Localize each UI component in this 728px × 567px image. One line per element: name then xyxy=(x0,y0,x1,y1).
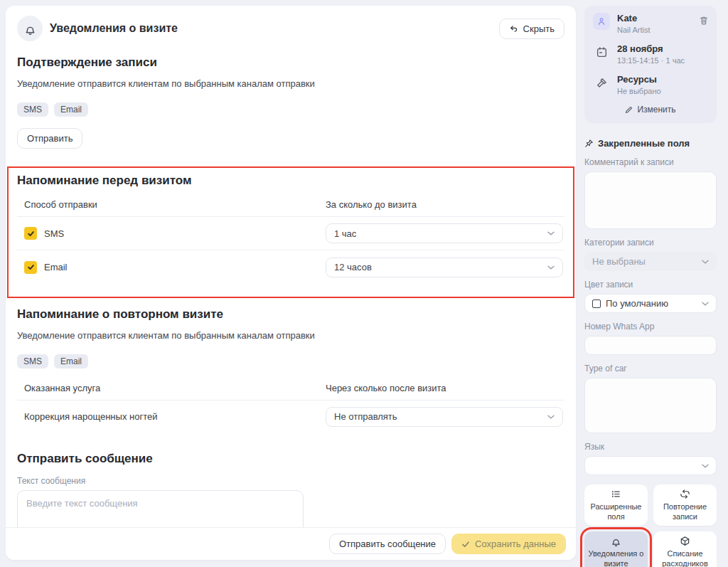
hide-button[interactable]: Скрыть xyxy=(499,18,564,39)
calendar-icon xyxy=(593,43,610,60)
column-before-time: За сколько до визита xyxy=(326,199,564,210)
channel-tag-email: Email xyxy=(54,102,88,117)
categories-label: Категории записи xyxy=(584,238,717,248)
edit-appointment-link[interactable]: Изменить xyxy=(593,105,708,115)
person-icon xyxy=(593,13,610,30)
whatsapp-input[interactable] xyxy=(584,336,717,355)
delete-appointment-button[interactable] xyxy=(699,15,709,26)
pin-icon xyxy=(584,139,594,148)
pinned-fields-heading: Закрепленные поля xyxy=(584,138,717,149)
chevron-down-icon xyxy=(547,265,555,270)
cube-icon xyxy=(680,536,690,546)
bell-icon xyxy=(17,16,43,41)
list-icon xyxy=(611,489,621,499)
table-row: Email 12 часов xyxy=(17,250,564,284)
check-icon xyxy=(461,540,470,549)
language-select[interactable] xyxy=(584,456,717,475)
car-input[interactable] xyxy=(584,378,717,433)
color-select[interactable]: По умолчанию xyxy=(584,294,717,313)
appointment-card: Kate Nail Artist 28 ноября 13:15-14:15 ·… xyxy=(584,6,717,123)
sidebar-tiles: Расширенные поля Повторение записи Уведо… xyxy=(584,484,717,567)
chevron-down-icon xyxy=(702,302,709,306)
repeat-channels: SMS Email xyxy=(17,354,564,369)
panel-header: Уведомления о визите Скрыть xyxy=(17,16,564,41)
appointment-time: 13:15-14:15 · 1 час xyxy=(617,56,685,65)
tile-extended-fields[interactable]: Расширенные поля xyxy=(584,484,648,526)
tile-visit-notifications[interactable]: Уведомления о визите xyxy=(584,531,648,567)
chevron-down-icon xyxy=(702,464,709,468)
color-label: Цвет записи xyxy=(584,280,717,290)
column-channel: Способ отправки xyxy=(24,199,326,210)
before-time-select-sms[interactable]: 1 час xyxy=(326,223,563,243)
categories-select[interactable]: Не выбраны xyxy=(584,252,717,271)
confirmation-description: Уведомление отправится клиентам по выбра… xyxy=(17,78,564,89)
master-row: Kate Nail Artist xyxy=(593,13,708,34)
channel-tag-sms: SMS xyxy=(17,102,48,117)
color-swatch-icon xyxy=(592,300,601,308)
tile-repeat-record[interactable]: Повторение записи xyxy=(653,484,717,526)
comment-input[interactable] xyxy=(584,171,717,229)
reminder-repeat-description: Уведомление отправится клиентам по выбра… xyxy=(17,330,564,341)
pencil-icon xyxy=(625,106,633,114)
whatsapp-label: Номер Whats App xyxy=(584,322,717,332)
language-label: Язык xyxy=(584,442,717,452)
message-text-label: Текст сообщения xyxy=(17,476,564,486)
resources-value: Не выбрано xyxy=(617,87,661,95)
column-service: Оказанная услуга xyxy=(24,383,326,393)
before-time-select-email[interactable]: 12 часов xyxy=(326,258,563,277)
table-row: SMS 1 час xyxy=(17,217,564,250)
channel-tag-sms: SMS xyxy=(17,354,48,369)
email-checkbox[interactable] xyxy=(24,261,37,274)
service-name: Коррекция нарощенных ногтей xyxy=(24,411,326,422)
car-label: Type of car xyxy=(584,364,717,373)
send-confirmation-button[interactable]: Отправить xyxy=(17,128,82,149)
chevron-down-icon xyxy=(547,231,555,235)
comment-label: Комментарий к записи xyxy=(584,157,717,167)
channel-tag-email: Email xyxy=(54,354,88,369)
save-data-button[interactable]: Сохранить данные xyxy=(451,534,566,554)
after-time-select[interactable]: Не отправлять xyxy=(326,407,563,427)
master-name: Kate xyxy=(617,13,650,23)
tile-consumables-writeoff[interactable]: Списание расходников xyxy=(653,531,717,567)
sidebar: Kate Nail Artist 28 ноября 13:15-14:15 ·… xyxy=(584,6,717,567)
bell-icon xyxy=(611,536,621,546)
send-message-button[interactable]: Отправить сообщение xyxy=(329,534,446,554)
confirmation-heading: Подтверждение записи xyxy=(17,55,564,70)
column-after-time: Через сколько после визита xyxy=(326,383,564,393)
panel-footer: Отправить сообщение Сохранить данные xyxy=(6,527,576,560)
repeat-table-header: Оказанная услуга Через сколько после виз… xyxy=(17,383,564,401)
confirmation-channels: SMS Email xyxy=(17,102,564,117)
reminder-table-header: Способ отправки За сколько до визита xyxy=(17,199,564,217)
row-channel-label: SMS xyxy=(44,228,64,239)
resources-row: Ресурсы Не выбрано xyxy=(593,74,708,95)
notifications-panel: Уведомления о визите Скрыть Подтверждени… xyxy=(6,6,576,560)
date-row: 28 ноября 13:15-14:15 · 1 час xyxy=(593,43,708,65)
repeat-icon xyxy=(680,489,690,499)
reminder-before-section: Напоминание перед визитом Способ отправк… xyxy=(7,166,574,298)
master-role: Nail Artist xyxy=(617,26,650,34)
page-title: Уведомления о визите xyxy=(50,22,178,35)
row-channel-label: Email xyxy=(44,262,68,272)
chevron-down-icon xyxy=(547,415,555,419)
reminder-repeat-heading: Напоминание о повторном визите xyxy=(17,307,564,322)
resources-label: Ресурсы xyxy=(617,74,661,85)
chevron-down-icon xyxy=(702,260,709,264)
send-message-heading: Отправить сообщение xyxy=(17,452,564,466)
appointment-date: 28 ноября xyxy=(617,43,685,54)
hammer-icon xyxy=(593,74,610,91)
sms-checkbox[interactable] xyxy=(24,227,37,240)
undo-arrow-icon xyxy=(509,24,518,33)
table-row: Коррекция нарощенных ногтей Не отправлят… xyxy=(17,401,564,433)
reminder-before-heading: Напоминание перед визитом xyxy=(17,174,564,188)
